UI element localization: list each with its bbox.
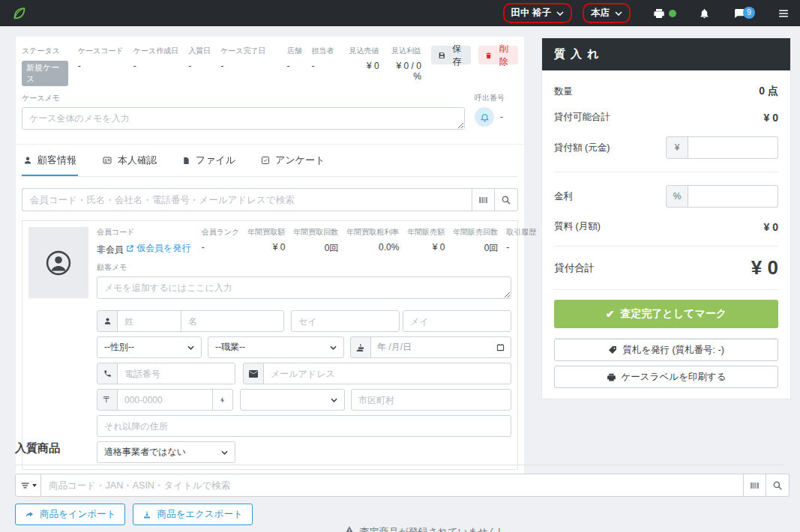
- birthday-cake-icon: [350, 336, 371, 358]
- floppy-icon: [438, 51, 445, 60]
- user-name: 田中 裕子: [511, 7, 551, 19]
- delete-button[interactable]: 削除: [478, 46, 518, 64]
- call-number-bell-button[interactable]: [475, 107, 494, 127]
- case-field-status: ステータス 新規ケース: [22, 46, 68, 86]
- stat-member-rank: 会員ランク -: [202, 227, 240, 253]
- items-filter-button[interactable]: [15, 474, 41, 497]
- lightning-icon: [219, 396, 226, 405]
- qualified-business-select[interactable]: 適格事業者ではない: [97, 441, 235, 463]
- pawn-panel-title: 質入れ: [542, 38, 790, 70]
- main-menu-button[interactable]: [778, 8, 790, 19]
- customer-search-input[interactable]: [22, 188, 472, 211]
- stat-transaction-history: 取引履歴 -: [506, 227, 536, 253]
- interest-row: 金利 %: [554, 185, 778, 208]
- printer-icon: [653, 7, 665, 19]
- person-icon: [97, 310, 118, 332]
- items-section-title: 入質商品: [15, 441, 60, 456]
- last-name-kana-input[interactable]: [291, 310, 400, 332]
- id-card-icon: [102, 156, 112, 165]
- chat-button[interactable]: 9: [733, 7, 755, 19]
- phone-input[interactable]: [117, 363, 235, 384]
- stat-annual-buy-amount: 年間買取額 ¥ 0: [247, 227, 285, 253]
- city-input[interactable]: [351, 389, 511, 411]
- birthday-date-input[interactable]: 年 /月/日: [370, 336, 511, 358]
- bell-icon: [480, 112, 490, 122]
- issue-pawn-ticket-button[interactable]: 質札を発行 (質札番号: -): [554, 339, 778, 361]
- envelope-icon: [243, 363, 264, 384]
- loanable-total-row: 貸付可能合計 ¥ 0: [554, 111, 778, 124]
- occupation-select[interactable]: --職業--: [208, 336, 344, 358]
- last-name-input[interactable]: [117, 310, 181, 332]
- pawn-panel: 質入れ 数量 0 点 貸付可能合計 ¥ 0 貸付額 (元金) ¥ 金利 % 質料…: [541, 37, 791, 399]
- stat-member-code: 会員コード 非会員 仮会員を発行: [97, 227, 191, 256]
- call-number-value: -: [500, 112, 503, 122]
- postal-autofill-button[interactable]: [212, 389, 233, 411]
- calendar-icon: [496, 343, 505, 351]
- chevron-down-icon: [221, 450, 228, 455]
- issue-temp-member-link[interactable]: 仮会員を発行: [126, 242, 190, 255]
- case-field-pawn-date: 入質日 -: [188, 46, 211, 71]
- import-arrow-icon: [25, 510, 34, 519]
- mark-appraisal-complete-button[interactable]: ✔ 査定完了としてマーク: [554, 300, 778, 328]
- loan-total-row: 貸付合計 ¥ 0: [554, 256, 778, 279]
- customer-memo-label: 顧客メモ: [97, 262, 511, 273]
- items-empty-message: 査定商品が登録されていません!: [45, 525, 800, 532]
- items-search-input[interactable]: [41, 474, 743, 497]
- notifications-button[interactable]: [699, 7, 710, 19]
- customer-memo-input[interactable]: [97, 276, 511, 299]
- first-name-input[interactable]: [181, 310, 284, 332]
- printer-status-button[interactable]: [653, 7, 676, 19]
- online-status-dot: [669, 10, 676, 17]
- tab-identity-check[interactable]: 本人確認: [100, 145, 158, 176]
- top-navbar: 田中 裕子 本店 9: [0, 0, 800, 26]
- store-name: 本店: [591, 7, 610, 19]
- export-items-button[interactable]: 商品をエクスポート: [133, 504, 252, 525]
- case-memo-input[interactable]: [22, 107, 465, 130]
- status-badge: 新規ケース: [22, 61, 68, 86]
- stat-annual-sales-count: 年間販売回数 0回: [453, 227, 498, 255]
- prefecture-select[interactable]: [240, 389, 345, 411]
- barcode-icon: [478, 195, 489, 205]
- gender-select[interactable]: --性別--: [97, 336, 202, 358]
- magnifier-icon: [501, 195, 511, 205]
- case-card: ステータス 新規ケース ケースコード - ケース作成日 - 入質日 - ケース完…: [15, 36, 525, 477]
- magnifier-icon: [772, 480, 783, 491]
- person-icon: [23, 156, 32, 165]
- user-menu[interactable]: 田中 裕子: [503, 3, 572, 23]
- chat-unread-badge: 9: [743, 7, 755, 19]
- chevron-down-icon: [615, 11, 622, 16]
- case-field-staff: 担当者 -: [312, 46, 334, 71]
- customer-avatar: [28, 227, 88, 298]
- loan-amount-row: 貸付額 (元金) ¥: [554, 136, 778, 159]
- customer-stats-row: 会員コード 非会員 仮会員を発行 会員ランク -: [97, 227, 511, 256]
- tab-customer-info[interactable]: 顧客情報: [22, 145, 78, 176]
- import-items-button[interactable]: 商品をインポート: [15, 504, 125, 525]
- case-field-expected-profit: 見込利益 ¥ 0 / 0 %: [389, 46, 421, 82]
- chevron-down-icon: [556, 11, 564, 16]
- barcode-scan-button[interactable]: [472, 188, 495, 211]
- print-case-label-button[interactable]: ケースラベルを印刷する: [554, 366, 778, 388]
- save-button[interactable]: 保存: [431, 46, 471, 64]
- email-input[interactable]: [263, 363, 511, 384]
- app-logo-leaf-icon[interactable]: [10, 5, 27, 22]
- search-button[interactable]: [495, 188, 518, 211]
- case-field-completed: ケース完了日 -: [220, 46, 265, 71]
- address2-input[interactable]: [97, 415, 511, 437]
- store-menu[interactable]: 本店: [583, 3, 631, 23]
- customer-panel: 会員コード 非会員 仮会員を発行 会員ランク -: [22, 220, 518, 470]
- loan-amount-input[interactable]: [688, 136, 778, 159]
- interest-rate-input[interactable]: [688, 185, 778, 208]
- chevron-down-icon: [331, 398, 337, 402]
- case-field-expected-price: 見込売値 ¥ 0: [349, 46, 379, 71]
- printer-icon: [607, 372, 616, 382]
- items-barcode-button[interactable]: [743, 474, 766, 497]
- items-search-button[interactable]: [766, 474, 790, 497]
- tab-survey[interactable]: アンケート: [259, 145, 326, 176]
- tab-files[interactable]: ファイル: [181, 145, 237, 176]
- items-search-group: [15, 474, 790, 497]
- postal-code-input[interactable]: [117, 389, 213, 411]
- check-square-icon: [261, 156, 270, 165]
- first-name-kana-input[interactable]: [403, 310, 511, 332]
- file-icon: [182, 156, 190, 166]
- quantity-value: 0 点: [759, 85, 778, 98]
